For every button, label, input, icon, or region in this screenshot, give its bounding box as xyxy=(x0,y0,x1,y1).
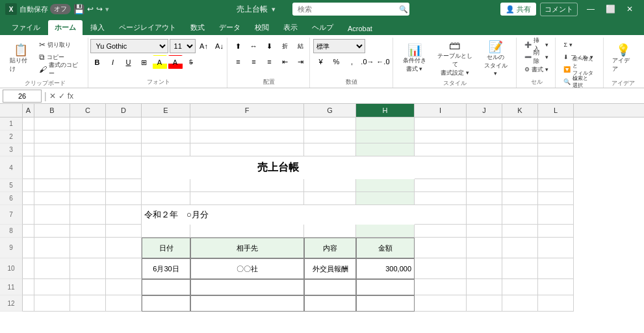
cell-i11[interactable] xyxy=(415,279,467,295)
cell-d6[interactable] xyxy=(106,192,142,205)
cell-g1[interactable] xyxy=(304,117,356,130)
col-header-d[interactable]: D xyxy=(106,104,142,117)
tab-formulas[interactable]: 数式 xyxy=(184,20,211,35)
cell-i8[interactable] xyxy=(415,225,467,238)
cell-j3[interactable] xyxy=(467,143,502,156)
cell-e10-date[interactable]: 6月30日 xyxy=(142,258,190,279)
formula-insert-function[interactable]: fx xyxy=(68,92,73,101)
cell-h9-header[interactable]: 金額 xyxy=(356,238,415,258)
name-box[interactable] xyxy=(3,90,42,103)
cell-f1[interactable] xyxy=(190,117,304,130)
cell-d7[interactable] xyxy=(106,205,142,225)
cell-i9[interactable] xyxy=(415,238,467,258)
cell-g8[interactable] xyxy=(304,225,356,238)
cell-h2[interactable] xyxy=(356,130,415,143)
cell-k12[interactable] xyxy=(502,295,538,312)
cell-a11[interactable] xyxy=(23,279,34,295)
tab-review[interactable]: 校閲 xyxy=(248,20,276,35)
tab-acrobat[interactable]: Acrobat xyxy=(341,22,379,35)
cell-e9-header[interactable]: 日付 xyxy=(142,238,190,258)
font-size-select[interactable]: 11 xyxy=(170,39,196,53)
cell-a5[interactable] xyxy=(23,179,34,192)
sum-button[interactable]: Σ ▾ xyxy=(561,39,580,51)
cell-i1[interactable] xyxy=(415,117,467,130)
cell-h6[interactable] xyxy=(356,192,415,205)
cell-g6[interactable] xyxy=(304,192,356,205)
cell-h11[interactable] xyxy=(356,279,415,295)
decrease-font-button[interactable]: A↓ xyxy=(213,39,227,53)
cell-i5[interactable] xyxy=(415,179,467,192)
cell-h5[interactable] xyxy=(356,179,415,192)
cell-title[interactable]: 売上台帳 xyxy=(142,156,415,179)
col-header-k[interactable]: K xyxy=(502,104,538,117)
col-header-c[interactable]: C xyxy=(70,104,106,117)
italic-button[interactable]: I xyxy=(106,55,120,69)
cell-c1[interactable] xyxy=(70,117,106,130)
cell-b9[interactable] xyxy=(34,238,70,258)
table-format-button[interactable]: 🗃 テーブルとして書式設定 ▾ xyxy=(433,39,477,78)
cell-b4[interactable] xyxy=(34,156,70,179)
cell-k3[interactable] xyxy=(502,143,538,156)
format-cells-button[interactable]: ⚙ 書式 ▾ xyxy=(522,64,551,75)
cell-d9[interactable] xyxy=(106,238,142,258)
cell-e1[interactable] xyxy=(142,117,190,130)
paste-button[interactable]: 📋 貼り付け xyxy=(6,39,35,78)
strikethrough-button[interactable]: S̶ xyxy=(184,55,198,69)
merge-button[interactable]: 結 xyxy=(293,39,307,53)
increase-font-button[interactable]: A↑ xyxy=(197,39,211,53)
tab-insert[interactable]: 挿入 xyxy=(84,20,111,35)
cell-i6[interactable] xyxy=(415,192,467,205)
cell-b10[interactable] xyxy=(34,258,70,279)
cell-l10[interactable] xyxy=(538,258,574,279)
cell-i7[interactable] xyxy=(415,205,467,225)
cell-k6[interactable] xyxy=(502,192,538,205)
cell-e8[interactable] xyxy=(142,225,190,238)
cell-c3[interactable] xyxy=(70,143,106,156)
cell-f8[interactable] xyxy=(190,225,304,238)
cell-j9[interactable] xyxy=(467,238,502,258)
cell-a6[interactable] xyxy=(23,192,34,205)
cell-c5[interactable] xyxy=(70,179,106,192)
cell-e2[interactable] xyxy=(142,130,190,143)
cell-b11[interactable] xyxy=(34,279,70,295)
cell-d1[interactable] xyxy=(106,117,142,130)
cell-i4[interactable] xyxy=(415,156,467,179)
cell-f11[interactable] xyxy=(190,279,304,295)
tab-page-layout[interactable]: ページレイアウト xyxy=(112,20,183,35)
cell-b7[interactable] xyxy=(34,205,70,225)
cell-l6[interactable] xyxy=(538,192,574,205)
currency-button[interactable]: ¥ xyxy=(313,55,328,69)
align-right-button[interactable]: ≡ xyxy=(262,55,276,69)
formula-cancel[interactable]: ✕ xyxy=(49,92,56,101)
cell-d12[interactable] xyxy=(106,295,142,312)
comma-button[interactable]: , xyxy=(344,55,359,69)
cell-f3[interactable] xyxy=(190,143,304,156)
cell-l3[interactable] xyxy=(538,143,574,156)
cell-a8[interactable] xyxy=(23,225,34,238)
cell-i2[interactable] xyxy=(415,130,467,143)
indent-decrease-button[interactable]: ⇤ xyxy=(277,55,292,69)
cell-f6[interactable] xyxy=(190,192,304,205)
save-icon[interactable]: 💾 xyxy=(73,4,84,14)
cell-j10[interactable] xyxy=(467,258,502,279)
cell-g9-header[interactable]: 内容 xyxy=(304,238,356,258)
align-top-button[interactable]: ⬆ xyxy=(231,39,245,53)
cell-d10[interactable] xyxy=(106,258,142,279)
cell-b6[interactable] xyxy=(34,192,70,205)
align-left-button[interactable]: ≡ xyxy=(231,55,245,69)
cell-a7[interactable] xyxy=(23,205,34,225)
cell-d5[interactable] xyxy=(106,179,142,192)
cell-g3[interactable] xyxy=(304,143,356,156)
cell-e3[interactable] xyxy=(142,143,190,156)
col-header-b[interactable]: B xyxy=(34,104,70,117)
align-middle-button[interactable]: ↔ xyxy=(246,39,261,53)
cell-g11[interactable] xyxy=(304,279,356,295)
decimal-decrease-button[interactable]: ←.0 xyxy=(376,55,390,69)
cell-l12[interactable] xyxy=(538,295,574,312)
align-bottom-button[interactable]: ⬇ xyxy=(262,39,276,53)
cell-b12[interactable] xyxy=(34,295,70,312)
cell-b1[interactable] xyxy=(34,117,70,130)
close-button[interactable]: ✕ xyxy=(621,0,639,18)
cell-k4[interactable] xyxy=(502,156,538,179)
cell-f9-header[interactable]: 相手先 xyxy=(190,238,304,258)
